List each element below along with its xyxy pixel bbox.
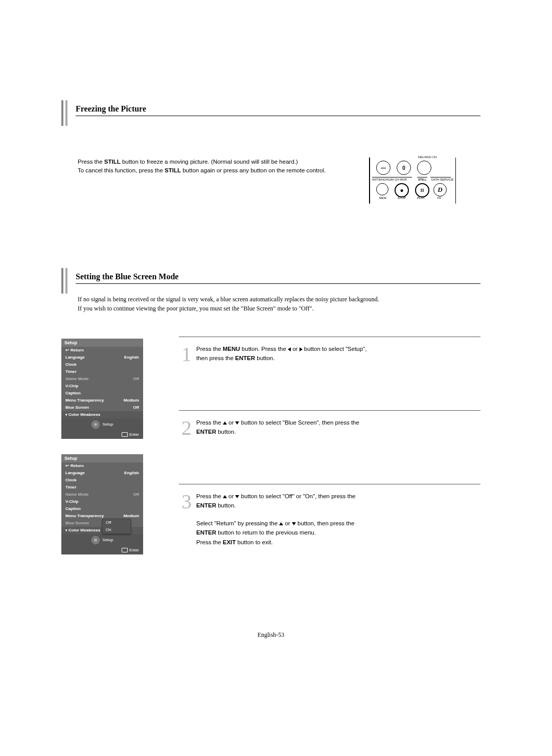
gear-icon <box>91 420 100 429</box>
up-arrow-icon <box>279 522 283 525</box>
step-3: 3 Press the or button to select "Off" or… <box>179 490 480 547</box>
down-arrow-icon <box>292 522 296 525</box>
section2-intro: If no signal is being received or the si… <box>78 295 480 313</box>
step-1: 1 Press the MENU button. Press the or bu… <box>179 342 480 366</box>
more-icon: Color Weakness <box>65 412 100 418</box>
enter-icon <box>122 548 128 552</box>
section-bars-icon <box>61 100 70 126</box>
section1-body: Press the STILL button to freeze a movin… <box>78 158 364 175</box>
up-arrow-icon <box>223 495 227 498</box>
blue-screen-dropdown: Off On <box>102 519 131 534</box>
section-bars-icon <box>61 268 70 294</box>
osd-setup-menu-1: Setup Return LanguageEnglish Clock Timer… <box>61 339 143 439</box>
section1-title: Freezing the Picture <box>76 104 146 113</box>
return-icon: Return <box>65 463 84 469</box>
osd-setup-menu-2: Setup Return LanguageEnglish Clock Timer… <box>61 454 143 554</box>
return-icon: Return <box>65 347 84 353</box>
page-footer: English-53 <box>61 631 480 639</box>
section2-title: Setting the Blue Screen Mode <box>76 272 178 281</box>
enter-icon <box>122 432 128 437</box>
gear-icon <box>91 536 100 544</box>
right-arrow-icon <box>300 347 303 351</box>
down-arrow-icon <box>235 495 239 498</box>
more-icon: Color Weakness <box>65 527 100 533</box>
up-arrow-icon <box>223 421 227 425</box>
down-arrow-icon <box>235 421 239 425</box>
left-arrow-icon <box>288 347 291 351</box>
remote-control-illustration: DEL/ADD CH — 0 ANT/ENG/NUM CH MGR STILL … <box>369 158 456 204</box>
step-2: 2 Press the or button to select "Blue Sc… <box>179 416 480 440</box>
